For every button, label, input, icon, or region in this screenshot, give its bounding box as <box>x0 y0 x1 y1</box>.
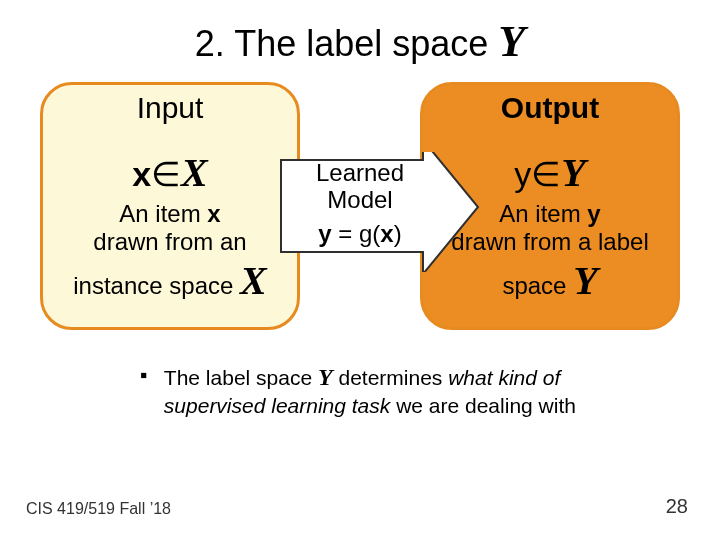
slide-number: 28 <box>666 495 688 518</box>
text: Model <box>327 186 392 213</box>
bullet-text: The label space Y determines what kind o… <box>164 362 604 420</box>
input-space-x: X <box>181 150 208 195</box>
text: = g( <box>332 220 381 247</box>
text: ) <box>394 220 402 247</box>
arrow: Learned Model y = g(x) <box>273 152 483 272</box>
text: determines <box>333 366 449 389</box>
output-space-y: Y <box>561 150 585 195</box>
input-expression: x∈X <box>43 149 297 196</box>
text: An item <box>119 200 207 227</box>
text: we are dealing with <box>390 394 576 417</box>
title-text: 2. The label space <box>195 23 499 64</box>
input-description: An item x drawn from an instance space X <box>43 200 297 304</box>
diagram: Input x∈X An item x drawn from an instan… <box>40 82 680 342</box>
bullet-point: ▪ The label space Y determines what kind… <box>140 362 610 420</box>
text: instance space <box>73 272 240 299</box>
input-heading: Input <box>43 91 297 125</box>
text: An item <box>499 200 587 227</box>
text-bold: y <box>318 220 331 247</box>
text: The label space <box>164 366 318 389</box>
output-var: y <box>514 155 531 193</box>
bullet-marker: ▪ <box>140 362 158 389</box>
arrow-label: Learned Model <box>295 160 425 214</box>
slide: 2. The label space Y Input x∈X An item x… <box>0 0 720 540</box>
element-of-symbol: ∈ <box>531 155 561 193</box>
script-x: X <box>240 258 267 303</box>
script-y: Y <box>573 258 597 303</box>
arrow-equation: y = g(x) <box>295 220 425 248</box>
element-of-symbol: ∈ <box>151 155 181 193</box>
input-box: Input x∈X An item x drawn from an instan… <box>40 82 300 330</box>
input-var: x <box>132 155 151 193</box>
output-heading: Output <box>423 91 677 125</box>
script-y-inline: Y <box>318 364 333 390</box>
text: Learned <box>316 159 404 186</box>
text-bold: Output <box>501 91 599 124</box>
text: space <box>502 272 573 299</box>
text-bold: y <box>587 200 600 227</box>
footer-course: CIS 419/519 Fall ’18 <box>26 500 171 518</box>
slide-title: 2. The label space Y <box>0 16 720 67</box>
text-bold: x <box>207 200 220 227</box>
text: drawn from an <box>93 228 246 255</box>
text-bold: x <box>380 220 393 247</box>
title-script-y: Y <box>498 17 525 66</box>
